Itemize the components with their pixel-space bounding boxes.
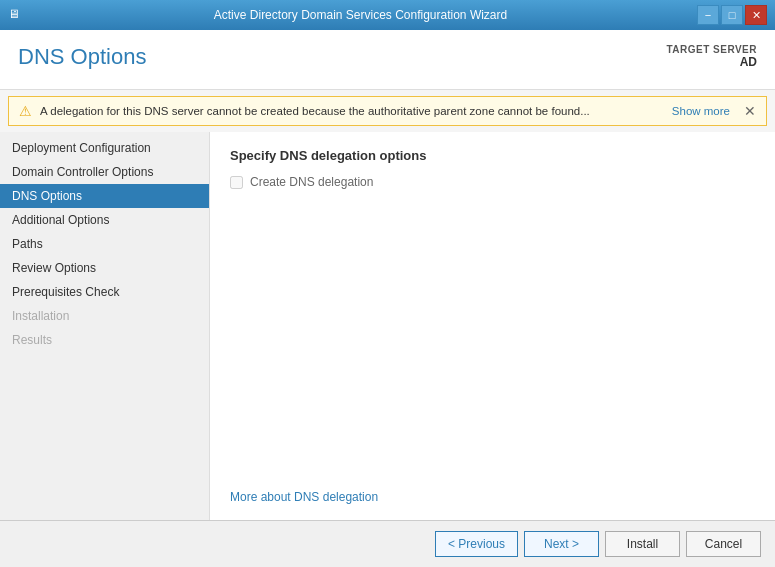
warning-icon: ⚠	[19, 103, 32, 119]
dns-delegation-row: Create DNS delegation	[230, 175, 755, 189]
target-server-name: AD	[666, 55, 757, 69]
footer-buttons: < Previous Next > Install Cancel	[435, 531, 761, 557]
create-dns-delegation-checkbox[interactable]	[230, 176, 243, 189]
target-server-info: TARGET SERVER AD	[666, 44, 757, 69]
warning-bar: ⚠ A delegation for this DNS server canno…	[8, 96, 767, 126]
sidebar-item-installation: Installation	[0, 304, 209, 328]
sidebar-item-domain-controller-options[interactable]: Domain Controller Options	[0, 160, 209, 184]
sidebar-item-results: Results	[0, 328, 209, 352]
show-more-link[interactable]: Show more	[672, 105, 730, 117]
install-button[interactable]: Install	[605, 531, 680, 557]
sidebar-item-prerequisites-check[interactable]: Prerequisites Check	[0, 280, 209, 304]
section-title: Specify DNS delegation options	[230, 148, 755, 163]
title-bar: 🖥 Active Directory Domain Services Confi…	[0, 0, 775, 30]
maximize-button[interactable]: □	[721, 5, 743, 25]
close-button[interactable]: ✕	[745, 5, 767, 25]
main-panel: Specify DNS delegation options Create DN…	[210, 132, 775, 520]
window-title: Active Directory Domain Services Configu…	[24, 8, 697, 22]
main-window: DNS Options TARGET SERVER AD ⚠ A delegat…	[0, 30, 775, 567]
warning-text: A delegation for this DNS server cannot …	[40, 105, 664, 117]
previous-button[interactable]: < Previous	[435, 531, 518, 557]
footer: < Previous Next > Install Cancel	[0, 520, 775, 567]
next-button[interactable]: Next >	[524, 531, 599, 557]
sidebar-item-additional-options[interactable]: Additional Options	[0, 208, 209, 232]
header: DNS Options TARGET SERVER AD	[0, 30, 775, 90]
warning-close-button[interactable]: ✕	[744, 103, 756, 119]
sidebar-item-dns-options[interactable]: DNS Options	[0, 184, 209, 208]
content-area: Deployment Configuration Domain Controll…	[0, 132, 775, 520]
app-icon: 🖥	[8, 7, 24, 23]
link-area: More about DNS delegation	[230, 480, 755, 504]
page-title: DNS Options	[18, 44, 146, 70]
create-dns-delegation-label: Create DNS delegation	[250, 175, 373, 189]
minimize-button[interactable]: −	[697, 5, 719, 25]
more-about-dns-link[interactable]: More about DNS delegation	[230, 490, 378, 504]
target-server-label: TARGET SERVER	[666, 44, 757, 55]
window-controls: − □ ✕	[697, 5, 767, 25]
cancel-button[interactable]: Cancel	[686, 531, 761, 557]
sidebar: Deployment Configuration Domain Controll…	[0, 132, 210, 520]
sidebar-item-deployment-configuration[interactable]: Deployment Configuration	[0, 136, 209, 160]
sidebar-item-review-options[interactable]: Review Options	[0, 256, 209, 280]
sidebar-item-paths[interactable]: Paths	[0, 232, 209, 256]
